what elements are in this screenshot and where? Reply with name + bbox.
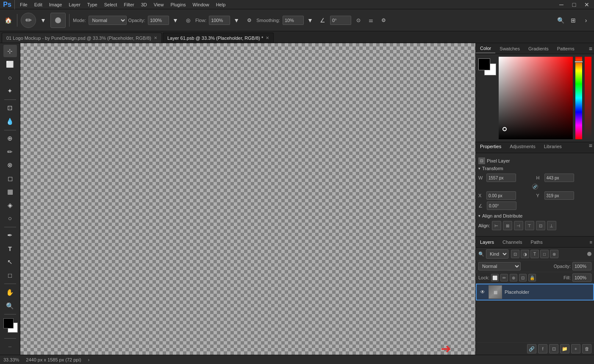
canvas-area[interactable] <box>20 43 475 355</box>
flow-menu[interactable]: ▼ <box>231 15 242 26</box>
tool-select-rect[interactable]: ⬜ <box>3 58 17 70</box>
tab-logo-mockup[interactable]: 01 Logo Mockup - by PuneDesign.psd @ 33.… <box>2 33 162 43</box>
align-right-btn[interactable]: ⊣ <box>514 221 523 230</box>
tool-dodge[interactable]: ○ <box>3 212 17 224</box>
layers-panel-menu[interactable]: ≡ <box>590 240 592 245</box>
home-button[interactable]: 🏠 <box>3 15 14 26</box>
color-panel-menu[interactable]: ≡ <box>589 45 592 52</box>
menu-image[interactable]: Image <box>46 1 66 8</box>
menu-edit[interactable]: Edit <box>31 1 46 8</box>
angle-btn[interactable]: ∠ <box>317 15 328 26</box>
symmetry-btn[interactable]: ⚌ <box>366 15 377 26</box>
delete-layer-btn[interactable]: 🗑 <box>582 344 591 353</box>
lock-position-icon[interactable]: ⊕ <box>510 274 517 281</box>
tool-magic-wand[interactable]: ✦ <box>3 85 17 97</box>
tab-swatches[interactable]: Swatches <box>495 44 524 53</box>
menu-view[interactable]: View <box>150 1 167 8</box>
tab-paths[interactable]: Paths <box>527 238 547 246</box>
link-layers-btn[interactable]: 🔗 <box>527 344 536 353</box>
tool-blur[interactable]: ◈ <box>3 199 17 211</box>
tab-close-icon[interactable]: ✕ <box>266 36 269 40</box>
properties-panel-menu[interactable]: ≡ <box>589 142 592 153</box>
align-distribute-header[interactable]: ▾ Align and Distribute <box>478 213 591 218</box>
lock-all-icon[interactable]: 🔒 <box>528 274 536 281</box>
height-input[interactable] <box>544 174 574 182</box>
align-bottom-btn[interactable]: ⊥ <box>547 221 556 230</box>
brush-size-preview[interactable] <box>50 13 66 28</box>
angle-transform-input[interactable] <box>487 201 516 210</box>
new-group-btn[interactable]: 📁 <box>560 344 569 353</box>
shape-filter-icon[interactable]: □ <box>540 250 549 258</box>
kind-select[interactable]: Kind <box>486 249 508 259</box>
layer-visibility-toggle[interactable]: 👁 <box>479 289 486 295</box>
menu-layer[interactable]: Layer <box>65 1 84 8</box>
tool-eraser[interactable]: ◻ <box>3 172 17 185</box>
tab-adjustments[interactable]: Adjustments <box>505 142 540 153</box>
hue-slider[interactable] <box>575 57 582 139</box>
tab-libraries[interactable]: Libraries <box>540 142 566 153</box>
tab-patterns[interactable]: Patterns <box>553 44 579 53</box>
foreground-swatch[interactable] <box>478 58 490 70</box>
add-mask-btn[interactable]: ⊡ <box>549 344 558 353</box>
smart-filter-icon[interactable]: ⊗ <box>550 250 558 258</box>
menu-select[interactable]: Select <box>101 1 121 8</box>
alpha-slider[interactable] <box>585 57 591 139</box>
tab-color[interactable]: Color <box>476 44 495 53</box>
foreground-color[interactable] <box>3 318 14 328</box>
new-layer-btn[interactable]: + <box>571 344 580 353</box>
maximize-button[interactable]: □ <box>569 0 580 10</box>
menu-file[interactable]: File <box>17 1 31 8</box>
smoothing-options[interactable]: ⚙ <box>244 15 255 26</box>
align-left-btn[interactable]: ⊢ <box>492 221 501 230</box>
tool-move[interactable]: ⊹ <box>3 45 17 57</box>
tab-close-icon[interactable]: ✕ <box>154 36 157 40</box>
pressure-btn[interactable]: ⊙ <box>353 15 364 26</box>
airbrush-toggle[interactable]: ◎ <box>183 15 194 26</box>
tool-stamp[interactable]: ⊗ <box>3 159 17 171</box>
lock-paint-icon[interactable]: ✏ <box>500 274 508 281</box>
tool-crop[interactable]: ⊡ <box>3 102 17 114</box>
lock-transparency-icon[interactable]: ⬜ <box>491 274 499 281</box>
color-selector[interactable] <box>2 318 19 334</box>
width-input[interactable] <box>486 174 516 182</box>
brush-options-arrow[interactable]: ▼ <box>38 15 49 26</box>
tool-gradient[interactable]: ▦ <box>3 185 17 198</box>
menu-plugins[interactable]: Plugins <box>167 1 189 8</box>
lock-artboard-icon[interactable]: ⊡ <box>519 274 527 281</box>
smoothing-menu[interactable]: ▼ <box>305 15 316 26</box>
search-btn[interactable]: 🔍 <box>555 15 566 26</box>
tool-healing[interactable]: ⊕ <box>3 132 17 145</box>
opacity-value-input[interactable] <box>572 262 591 270</box>
tab-layer61[interactable]: Layer 61.psb @ 33.3% (Placeholder, RGB/8… <box>163 33 274 43</box>
brush-preset-picker[interactable]: ✏ <box>21 13 36 28</box>
blend-mode-select[interactable]: Normal <box>478 262 521 270</box>
angle-input[interactable] <box>330 16 351 25</box>
menu-filter[interactable]: Filter <box>120 1 137 8</box>
opacity-menu[interactable]: ▼ <box>170 15 181 26</box>
align-top-btn[interactable]: ⊤ <box>525 221 534 230</box>
adjustment-filter-icon[interactable]: ◑ <box>521 250 529 258</box>
tool-more[interactable]: ··· <box>3 341 17 353</box>
opacity-input[interactable] <box>148 16 169 25</box>
layer-placeholder[interactable]: 👁 ▦ Placeholder <box>476 284 594 301</box>
tool-brush[interactable]: ✏ <box>3 146 17 158</box>
tool-eyedropper[interactable]: 💧 <box>3 115 17 127</box>
tab-channels[interactable]: Channels <box>498 238 526 246</box>
align-center-v-btn[interactable]: ⊡ <box>536 221 545 230</box>
tab-gradients[interactable]: Gradients <box>524 44 553 53</box>
menu-window[interactable]: Window <box>189 1 213 8</box>
tool-path-select[interactable]: ↖ <box>3 256 17 268</box>
tab-properties[interactable]: Properties <box>476 142 505 153</box>
mode-select[interactable]: Normal <box>89 16 127 25</box>
flow-input[interactable] <box>209 16 230 25</box>
menu-type[interactable]: Type <box>84 1 101 8</box>
minimize-button[interactable]: ─ <box>556 0 567 10</box>
close-button[interactable]: ✕ <box>581 0 592 10</box>
add-style-btn[interactable]: f <box>538 344 547 353</box>
menu-3d[interactable]: 3D <box>138 1 150 8</box>
tab-layers[interactable]: Layers <box>476 238 498 246</box>
tool-hand[interactable]: ✋ <box>3 286 17 298</box>
tool-shape[interactable]: □ <box>3 269 17 281</box>
tool-lasso[interactable]: ○ <box>3 72 17 84</box>
settings-btn[interactable]: ⚙ <box>378 15 389 26</box>
